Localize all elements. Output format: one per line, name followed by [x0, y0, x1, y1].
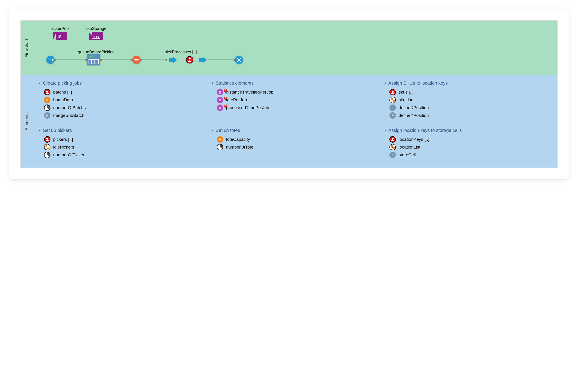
svg-point-14: [165, 59, 167, 61]
flow-enter-arrow-icon: [199, 57, 207, 63]
element-item-label: batchData: [53, 97, 73, 102]
element-item[interactable]: skus [..]: [389, 89, 550, 95]
group-title: Statistics elements: [212, 81, 378, 86]
element-item[interactable]: numberOfBatchs: [44, 104, 205, 111]
group-title: Create picking jobs: [39, 81, 205, 86]
sweep-icon: [44, 152, 50, 158]
svg-point-0: [59, 38, 60, 38]
svg-point-10: [85, 59, 87, 61]
f-icon: F: [389, 112, 396, 119]
element-item[interactable]: FdefineXPosition: [389, 104, 550, 111]
svg-rect-2: [95, 36, 96, 38]
element-item-label: defineYPosition: [399, 113, 429, 118]
element-group: Set up totesVtoteCapacitynumberOfTote: [212, 128, 378, 160]
v-icon: V: [44, 97, 50, 103]
svg-point-21: [92, 55, 93, 57]
element-item[interactable]: idlePickers: [44, 144, 205, 150]
group-title-text: Set up totes: [216, 128, 240, 133]
svg-point-12: [131, 59, 133, 61]
element-item[interactable]: FdefineYPosition: [389, 112, 550, 119]
element-item-label: defineXPosition: [399, 105, 429, 110]
flow-node-agent-population[interactable]: [186, 56, 193, 63]
element-item-label: toteCapacity: [226, 137, 250, 142]
elements-grid: Create picking jobsbatchs [..]VbatchData…: [39, 81, 550, 160]
element-item-label: pickers [..]: [53, 137, 73, 142]
element-item-label: locationKeys [..]: [399, 137, 429, 142]
element-item[interactable]: numberOfPicker: [44, 152, 205, 158]
coll-icon: [389, 97, 396, 103]
element-group: Create picking jobsbatchs [..]VbatchData…: [39, 81, 205, 120]
group-title-text: Statistics elements: [216, 81, 254, 86]
resource-pool-icon: [53, 32, 67, 40]
d-icon: D: [217, 97, 223, 103]
resource-storage-icon: [89, 32, 103, 40]
element-item[interactable]: batchs [..]: [44, 89, 205, 95]
element-item-label: numberOfTote: [226, 145, 253, 150]
svg-text:+: +: [49, 57, 51, 62]
element-item-label: distanceTravelledPerJob: [226, 90, 274, 95]
element-group: Set up pickerspickers [..]idlePickersnum…: [39, 128, 205, 160]
resource-blocks: pickerPool skuStorage: [50, 26, 550, 40]
flowchart-pane: pickerPool skuStorage: [32, 21, 557, 75]
element-group: Assign SKUs to location keysskus [..]sku…: [385, 81, 550, 120]
element-item-label: skus [..]: [399, 90, 413, 95]
flowchart-row-label: Flowchart: [21, 21, 32, 75]
elements-label-text: Elements: [24, 112, 29, 130]
element-group: Assign location keys to storage cellsloc…: [385, 128, 550, 160]
agent-icon: [389, 89, 396, 95]
flow-canvas: +: [46, 48, 550, 68]
group-title-text: Assign location keys to storage cells: [388, 128, 462, 133]
group-title: Assign SKUs to location keys: [385, 81, 550, 86]
flow-node-source[interactable]: +: [46, 56, 54, 64]
svg-point-11: [100, 59, 102, 61]
resource-pickerpool[interactable]: pickerPool: [50, 26, 70, 40]
f-icon: F: [44, 112, 50, 119]
svg-rect-1: [93, 37, 94, 38]
element-item[interactable]: DprocessedTimePerJob: [217, 104, 378, 111]
element-item-label: locationList: [399, 145, 420, 150]
resource-skustorage-label: skuStorage: [86, 26, 106, 31]
element-item-label: storeCell: [399, 152, 416, 157]
diagram-card: Flowchart pickerPool skuStorage: [9, 9, 569, 179]
resource-skustorage[interactable]: skuStorage: [86, 26, 106, 40]
element-item[interactable]: numberOfTote: [217, 144, 378, 150]
svg-point-28: [189, 57, 191, 59]
elements-pane: Create picking jobsbatchs [..]VbatchData…: [32, 75, 557, 168]
svg-point-20: [90, 55, 91, 57]
element-item-label: skuList: [399, 97, 412, 102]
elements-row-label: Elements: [21, 75, 32, 168]
element-item-label: numberOfBatchs: [53, 105, 86, 110]
element-item[interactable]: FmergeSubBatch: [44, 112, 205, 119]
agent-icon: [44, 89, 50, 95]
flowchart-label-text: Flowchart: [24, 39, 29, 57]
element-item-label: idlePickers: [53, 145, 74, 150]
v-icon: V: [217, 136, 223, 143]
svg-rect-3: [97, 37, 98, 38]
flow-node-queue[interactable]: [87, 54, 100, 65]
element-item[interactable]: DdistanceTravelledPerJob: [217, 89, 378, 95]
group-title: Set up totes: [212, 128, 378, 133]
group-title-text: Assign SKUs to location keys: [388, 81, 448, 86]
element-item[interactable]: DtotePerJob: [217, 97, 378, 103]
f-icon: F: [389, 152, 396, 158]
element-item[interactable]: locationKeys [..]: [389, 136, 550, 143]
element-item[interactable]: pickers [..]: [44, 136, 205, 143]
svg-rect-26: [135, 59, 139, 60]
element-item[interactable]: skuList: [389, 97, 550, 103]
d-icon: D: [217, 89, 223, 95]
element-item[interactable]: VtoteCapacity: [217, 136, 378, 143]
element-item[interactable]: FstoreCell: [389, 152, 550, 158]
svg-point-27: [186, 56, 193, 63]
element-item-label: totePerJob: [226, 97, 247, 102]
group-title: Assign location keys to storage cells: [385, 128, 550, 133]
diagram-grid: Flowchart pickerPool skuStorage: [21, 21, 557, 168]
element-item[interactable]: VbatchData: [44, 97, 205, 103]
coll-icon: [44, 144, 50, 150]
flow-node-hold[interactable]: [132, 56, 141, 64]
sweep-icon: [217, 144, 223, 150]
flow-node-sink[interactable]: [235, 56, 243, 64]
f-icon: F: [389, 104, 396, 111]
group-title-text: Set up pickers: [43, 128, 72, 133]
group-title-text: Create picking jobs: [43, 81, 82, 86]
element-item[interactable]: locationList: [389, 144, 550, 150]
